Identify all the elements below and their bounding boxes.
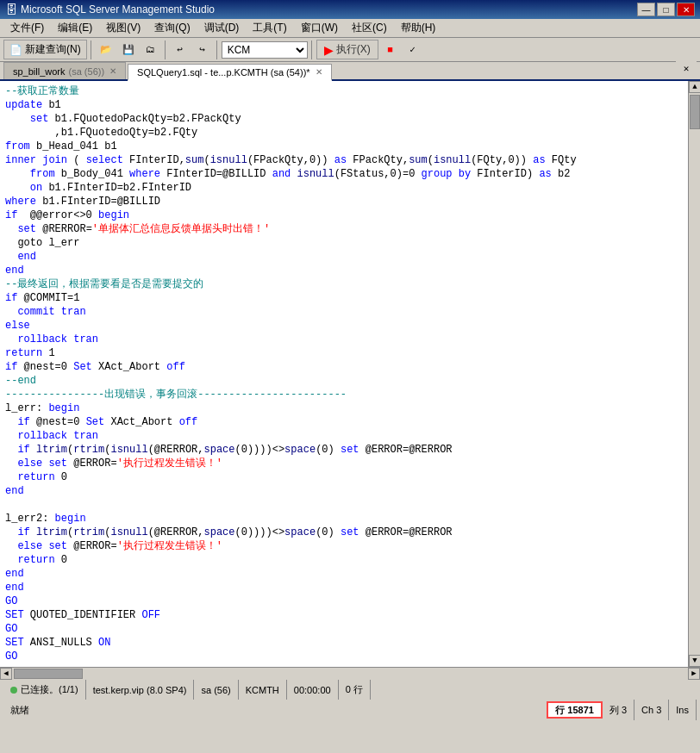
connection-dot	[10, 687, 17, 694]
title-bar-controls: — □ ✕	[637, 3, 695, 16]
parse-button[interactable]: ✓	[403, 40, 423, 59]
menu-community[interactable]: 社区(C)	[345, 19, 394, 37]
server-label: test.kerp.vip (8.0 SP4)	[93, 685, 187, 695]
time-label: 00:00:00	[294, 685, 331, 695]
execute-label: 执行(X)	[336, 42, 371, 57]
scroll-down-button[interactable]: ▼	[689, 655, 700, 667]
title-bar-left: 🗄 Microsoft SQL Server Management Studio	[5, 3, 215, 16]
tab-close-2[interactable]: ✕	[316, 67, 322, 77]
row-number: 行 15871	[555, 704, 594, 717]
user-label: sa (56)	[201, 685, 230, 695]
user-status: sa (56)	[194, 680, 238, 700]
close-button[interactable]: ✕	[677, 3, 695, 16]
maximize-button[interactable]: □	[657, 3, 675, 16]
scroll-h-thumb[interactable]	[14, 669, 83, 679]
rows-label: 0 行	[346, 683, 363, 696]
stop-button[interactable]: ■	[380, 40, 401, 59]
row-indicator: 行 15871	[547, 701, 603, 719]
ready-text: 就绪	[10, 705, 29, 715]
toolbar-separator-2	[165, 40, 166, 59]
toolbar-separator-3	[216, 40, 218, 59]
scroll-thumb[interactable]	[690, 95, 700, 129]
tab-bar: sp_bill_work (sa (56)) ✕ SQLQuery1.sql -…	[0, 62, 700, 81]
tab-label-1: sp_bill_work	[13, 66, 66, 77]
scroll-h-track[interactable]	[12, 668, 688, 680]
scroll-left-button[interactable]: ◀	[0, 668, 12, 680]
status-bar-2: 就绪 行 15871 列 3 Ch 3 Ins	[0, 700, 700, 720]
col-number: 列 3	[609, 704, 627, 717]
code-editor[interactable]: --获取正常数量update b1 set b1.FQuotedoPackQty…	[0, 81, 688, 667]
col-indicator: 列 3	[603, 700, 634, 720]
title-bar: 🗄 Microsoft SQL Server Management Studio…	[0, 0, 700, 19]
scroll-track[interactable]	[689, 93, 700, 655]
tab-close-1[interactable]: ✕	[109, 66, 116, 76]
save-button[interactable]: 💾	[118, 40, 139, 59]
new-query-icon: 📄	[9, 44, 22, 56]
tab-label-2: SQLQuery1.sql - te...p.KCMTH (sa (54))*	[137, 67, 310, 78]
ch-number: Ch 3	[641, 705, 661, 715]
menu-view[interactable]: 视图(V)	[99, 19, 147, 37]
new-query-button[interactable]: 📄 新建查询(N)	[3, 40, 87, 59]
menu-debug[interactable]: 调试(D)	[197, 19, 247, 37]
menu-tools[interactable]: 工具(T)	[246, 19, 293, 37]
database-selector[interactable]: KCM	[222, 41, 308, 59]
menu-help[interactable]: 帮助(H)	[394, 19, 443, 37]
new-query-label: 新建查询(N)	[25, 42, 81, 57]
redo-button[interactable]: ↪	[192, 40, 213, 59]
tab-suffix-1: (sa (56))	[69, 66, 105, 77]
app-icon: 🗄	[5, 3, 17, 16]
connection-status: 已连接。(1/1)	[3, 680, 86, 700]
scroll-up-button[interactable]: ▲	[689, 81, 700, 93]
toolbar-separator-4	[311, 40, 313, 59]
status-bar: 已连接。(1/1) test.kerp.vip (8.0 SP4) sa (56…	[0, 679, 700, 700]
vertical-scrollbar[interactable]: ▲ ▼	[688, 81, 700, 667]
menu-query[interactable]: 查询(Q)	[147, 19, 197, 37]
connection-label: 已连接。(1/1)	[21, 683, 78, 696]
open-button[interactable]: 📂	[96, 40, 116, 59]
app-title: Microsoft SQL Server Management Studio	[21, 3, 215, 16]
execute-button[interactable]: ▶ 执行(X)	[316, 40, 378, 59]
toolbar: 📄 新建查询(N) 📂 💾 🗂 ↩ ↪ KCM ▶ 执行(X) ■ ✓	[0, 38, 700, 62]
horizontal-scrollbar[interactable]: ◀ ▶	[0, 667, 700, 679]
db-label: KCMTH	[246, 685, 279, 695]
scroll-right-button[interactable]: ▶	[688, 668, 700, 680]
menu-file[interactable]: 文件(F)	[3, 19, 51, 37]
tab-close-all[interactable]: ✕	[676, 59, 697, 78]
tab-sqlquery1[interactable]: SQLQuery1.sql - te...p.KCMTH (sa (54))* …	[128, 64, 332, 81]
toolbar-separator-1	[91, 40, 92, 59]
ch-indicator: Ch 3	[634, 700, 669, 720]
undo-button[interactable]: ↩	[170, 40, 191, 59]
save-all-button[interactable]: 🗂	[141, 40, 161, 59]
editor-area: --获取正常数量update b1 set b1.FQuotedoPackQty…	[0, 81, 700, 667]
menu-window[interactable]: 窗口(W)	[294, 19, 345, 37]
rows-status: 0 行	[339, 680, 371, 700]
tab-sp-bill-work[interactable]: sp_bill_work (sa (56)) ✕	[3, 62, 126, 79]
ins-indicator: Ins	[669, 700, 697, 720]
minimize-button[interactable]: —	[637, 3, 655, 16]
db-status: KCMTH	[239, 680, 287, 700]
server-status: test.kerp.vip (8.0 SP4)	[86, 680, 195, 700]
time-status: 00:00:00	[287, 680, 339, 700]
ins-label: Ins	[676, 705, 689, 715]
menu-edit[interactable]: 编辑(E)	[51, 19, 99, 37]
ready-label: 就绪	[3, 704, 36, 717]
menu-bar: 文件(F) 编辑(E) 视图(V) 查询(Q) 调试(D) 工具(T) 窗口(W…	[0, 19, 700, 38]
